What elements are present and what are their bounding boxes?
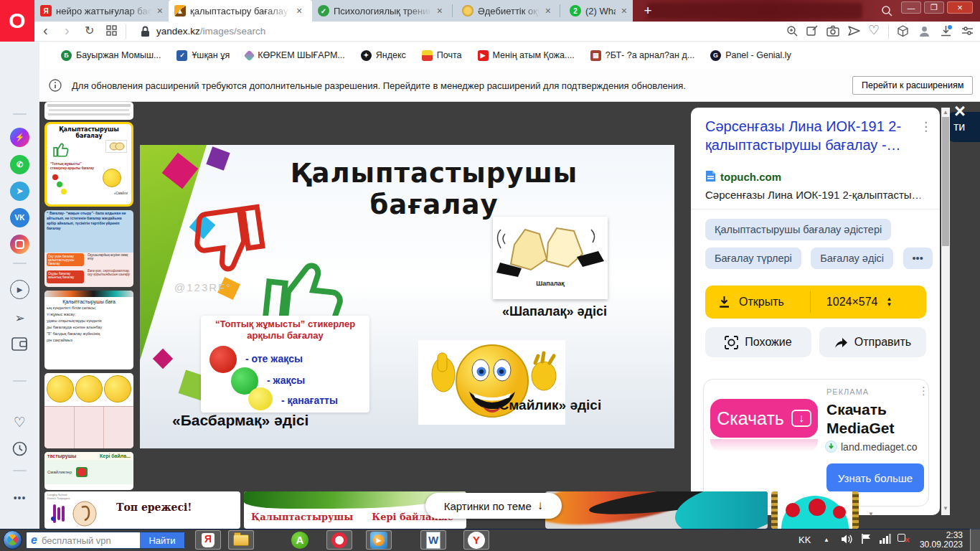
tab-search-icon[interactable]	[881, 5, 893, 17]
back-icon[interactable]: ‹	[43, 22, 48, 39]
zoom-icon[interactable]	[786, 25, 798, 37]
wallet-cube-icon[interactable]	[897, 25, 909, 37]
taskbar-search-box[interactable]: e бесплатный vpn Найти	[26, 532, 185, 549]
ad-site-link[interactable]: land.mediaget.co	[841, 441, 925, 453]
settings-tune-icon[interactable]	[961, 25, 974, 37]
bookmark-item[interactable]: ББауыржан Момыш...	[61, 50, 161, 61]
result-thumbnail[interactable]	[44, 373, 133, 448]
player-icon[interactable]: ▶	[10, 280, 29, 299]
tray-action-center-flag-icon[interactable]	[861, 533, 872, 545]
ad-cta-button[interactable]: Узнать больше	[826, 463, 924, 492]
ad-menu-icon[interactable]: ⋮	[918, 385, 929, 397]
viewed-image[interactable]: Қалыптастырушыбағалау @123RF° «Басбармақ…	[140, 145, 674, 448]
bookmarks-heart-icon[interactable]: ♡	[10, 413, 29, 432]
taskbar-opera-icon[interactable]	[326, 530, 352, 550]
instagram-icon[interactable]	[10, 235, 29, 254]
tray-clock-date[interactable]: 30.09.2023	[911, 540, 963, 550]
restore-button[interactable]: ❐	[924, 1, 944, 14]
taskbar-mediaplayer-icon[interactable]: ▶	[366, 530, 392, 550]
tags-more-chip[interactable]: •••	[903, 248, 933, 269]
url-field[interactable]: yandex.kz/images/search	[156, 26, 265, 37]
history-clock-icon[interactable]	[12, 441, 27, 456]
whatsapp-icon[interactable]: ✆	[10, 155, 29, 174]
tray-language[interactable]: KK	[798, 534, 811, 545]
bookmark-item[interactable]: ✓Ұшқан ұя	[176, 50, 230, 61]
bookmark-item[interactable]: КӨРКЕМ ШЫҒАРМ...	[245, 50, 345, 60]
wallet-icon[interactable]	[11, 337, 27, 351]
tab-close-icon[interactable]: ×	[437, 5, 443, 17]
panel-menu-icon[interactable]: ⋮	[920, 119, 932, 134]
send-icon[interactable]	[848, 25, 861, 37]
tab-current-images[interactable]: ▲ қалыптастыру бағалау фот ×	[169, 0, 312, 22]
related-images-button[interactable]: Картинки по теме ↓	[425, 493, 562, 519]
taskbar-explorer-icon[interactable]	[228, 530, 254, 550]
scroll-down-icon[interactable]: ▼	[943, 505, 948, 512]
messenger-icon[interactable]: ⚡	[10, 128, 29, 147]
sidebar-more-icon[interactable]: •••	[10, 488, 29, 507]
speed-dial-grid-icon[interactable]	[106, 25, 117, 36]
tag-chip[interactable]: Қалыптастырушы бағалау әдістері	[705, 219, 897, 240]
tray-clock-time[interactable]: 2:33	[921, 530, 963, 540]
opera-logo-icon[interactable]: O	[0, 0, 34, 42]
taskbar-find-button[interactable]: Найти	[140, 532, 184, 549]
bookmark-item[interactable]: ▶Менің атым Қожа....	[478, 50, 575, 61]
tag-chip[interactable]: Бағалау әдісі	[811, 248, 893, 269]
profile-icon[interactable]	[918, 25, 930, 37]
camera-icon[interactable]	[826, 25, 839, 37]
new-tab-button[interactable]: +	[639, 2, 657, 19]
start-button[interactable]	[3, 530, 22, 550]
bookmark-item[interactable]: ▤?БТ- ?а арнал?ан д...	[590, 50, 694, 61]
image-title-link[interactable]: Сәрсенғазы Лина ИОК-191 2-қалыптастырушы…	[705, 117, 910, 154]
site-link[interactable]: topuch.com	[720, 171, 781, 183]
tab-psychology[interactable]: ✓ Психологиялық тренингте ×	[312, 0, 448, 22]
vk-icon[interactable]: VK	[10, 208, 29, 227]
related-thumbnail[interactable]	[545, 491, 768, 529]
result-thumbnail-selected[interactable]: Қалыптастырушы бағалау “Топтық жұмысты” …	[44, 122, 133, 207]
resolution-dropdown-icon[interactable]: ▲▼	[886, 296, 892, 308]
similar-images-button[interactable]: Похожие	[705, 327, 811, 357]
open-image-button[interactable]: Открыть 1024×574 ▲▼	[705, 286, 926, 319]
related-thumbnail[interactable]	[771, 491, 859, 529]
tab-close-icon[interactable]: ×	[157, 5, 163, 17]
panel-scrollbar-thumb[interactable]	[942, 117, 949, 246]
forward-icon[interactable]: ›	[65, 22, 70, 39]
lock-icon[interactable]	[141, 26, 150, 37]
tray-power-error-icon[interactable]: ×	[897, 532, 908, 544]
viewer-close-icon[interactable]: ×	[954, 102, 966, 121]
bookmark-item[interactable]: ✦Яндекс	[361, 50, 406, 61]
tab-whatsapp[interactable]: 2 (2) WhatsApp ×	[564, 0, 633, 22]
result-thumbnail[interactable]: “ Бағалау- “жақын отыру”- бала алдынан н…	[44, 210, 133, 287]
edit-snapshot-icon[interactable]	[806, 25, 819, 37]
resolution-value[interactable]: 1024×574	[826, 296, 878, 309]
bookmark-item[interactable]: Почта	[422, 50, 462, 61]
tray-network-icon[interactable]	[879, 534, 891, 544]
ad-graphic-download-button[interactable]: Скачать ↓	[710, 399, 818, 438]
tab-close-icon[interactable]: ×	[296, 5, 302, 17]
heart-icon[interactable]: ♡	[868, 22, 880, 38]
reload-icon[interactable]: ↻	[85, 24, 94, 37]
scroll-up-icon[interactable]: ▲	[943, 109, 948, 116]
tab-close-icon[interactable]: ×	[545, 5, 551, 17]
taskbar-yandex-icon[interactable]: Я	[195, 530, 221, 550]
tray-expand-icon[interactable]: ▲	[824, 537, 829, 543]
go-to-extensions-button[interactable]: Перейти к расширениям	[852, 76, 973, 95]
tab-neuro[interactable]: Я нейро жаттығулар бастауы ×	[34, 0, 169, 22]
share-button[interactable]: Отправить	[819, 327, 926, 357]
my-flow-icon[interactable]: ➢	[10, 309, 29, 328]
tab-close-icon[interactable]: ×	[621, 5, 627, 17]
taskbar-word-icon[interactable]: W	[420, 530, 446, 550]
strip-scroll-down-icon[interactable]: ▼	[868, 511, 874, 517]
tag-chip[interactable]: Бағалау түрлері	[705, 248, 801, 269]
telegram-icon[interactable]: ➤	[10, 182, 29, 201]
bookmark-item[interactable]: GPanel - Genial.ly	[710, 50, 791, 61]
tab-adebiet[interactable]: Әдебиеттік оқу 3 (1-бөлім ×	[456, 0, 557, 22]
minimize-button[interactable]: —	[901, 1, 921, 14]
result-thumbnail[interactable]: Қалыптастырушы баға ың күнделікті білім …	[44, 291, 133, 369]
result-thumbnail[interactable]: тастырушы Кері байла... Смайликтер	[44, 452, 133, 490]
downloads-icon[interactable]	[940, 25, 952, 37]
taskbar-ybrowser-icon[interactable]: Y	[463, 530, 489, 550]
tray-volume-icon[interactable]	[841, 534, 854, 545]
show-desktop-button[interactable]	[970, 529, 980, 551]
result-thumbnail[interactable]	[44, 102, 133, 120]
taskbar-avast-icon[interactable]: A	[287, 530, 313, 550]
